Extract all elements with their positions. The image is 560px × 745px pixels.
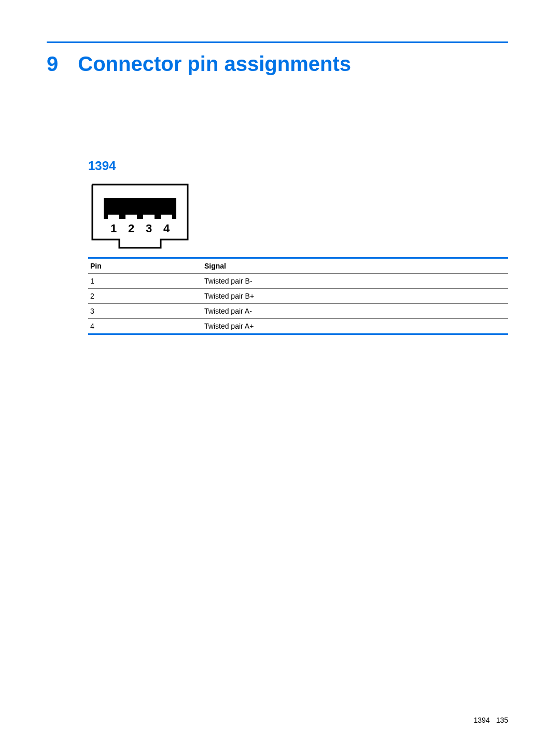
table-row: 3 Twisted pair A- bbox=[88, 304, 508, 319]
cell-signal: Twisted pair B+ bbox=[204, 292, 506, 300]
table-row: 2 Twisted pair B+ bbox=[88, 289, 508, 304]
svg-rect-4 bbox=[161, 215, 172, 219]
page: 9 Connector pin assignments 1394 1 2 3 4… bbox=[0, 0, 560, 745]
cell-signal: Twisted pair B- bbox=[204, 277, 506, 285]
pin-label-1: 1 bbox=[110, 222, 117, 235]
chapter-number: 9 bbox=[47, 52, 58, 76]
pin-label-4: 4 bbox=[163, 222, 170, 235]
footer-page-number: 135 bbox=[496, 716, 508, 724]
section-title-1394: 1394 bbox=[88, 159, 508, 173]
connector-diagram-1394: 1 2 3 4 bbox=[88, 182, 508, 250]
cell-signal: Twisted pair A- bbox=[204, 307, 506, 315]
cell-signal: Twisted pair A+ bbox=[204, 322, 506, 330]
pin-label-3: 3 bbox=[146, 222, 152, 235]
table-header-row: Pin Signal bbox=[88, 259, 508, 274]
table-header-pin: Pin bbox=[90, 262, 204, 270]
cell-pin: 4 bbox=[90, 322, 204, 330]
chapter-header: 9 Connector pin assignments bbox=[47, 41, 508, 76]
svg-rect-1 bbox=[108, 215, 119, 219]
chapter-line: 9 Connector pin assignments bbox=[47, 52, 508, 76]
cell-pin: 1 bbox=[90, 277, 204, 285]
footer-section: 1394 bbox=[473, 716, 489, 724]
page-footer: 1394135 bbox=[473, 716, 508, 724]
svg-rect-2 bbox=[125, 215, 137, 219]
chapter-title: Connector pin assignments bbox=[78, 52, 351, 76]
svg-rect-3 bbox=[143, 215, 155, 219]
table-header-signal: Signal bbox=[204, 262, 506, 270]
table-row: 1 Twisted pair B- bbox=[88, 274, 508, 289]
connector-1394-icon: 1 2 3 4 bbox=[88, 182, 192, 250]
cell-pin: 2 bbox=[90, 292, 204, 300]
table-row: 4 Twisted pair A+ bbox=[88, 319, 508, 333]
pin-table: Pin Signal 1 Twisted pair B- 2 Twisted p… bbox=[88, 257, 508, 335]
pin-label-2: 2 bbox=[128, 222, 134, 235]
cell-pin: 3 bbox=[90, 307, 204, 315]
